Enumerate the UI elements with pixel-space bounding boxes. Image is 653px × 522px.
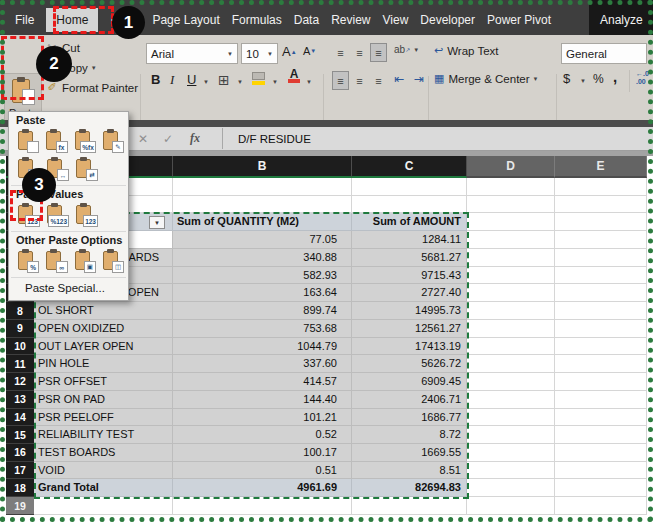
cell-b6[interactable]: 582.93 <box>173 267 352 285</box>
percent-style-button[interactable]: % <box>593 72 604 86</box>
paste-transpose-icon[interactable]: ⇄ <box>72 157 99 182</box>
cell-d9[interactable] <box>467 320 555 338</box>
cell-e10[interactable] <box>555 338 647 356</box>
cell-d17[interactable] <box>467 462 555 480</box>
cell-a16[interactable]: TEST BOARDS <box>34 444 173 462</box>
formula-bar-value[interactable]: D/F RESIDUE <box>238 127 311 150</box>
cell-a14[interactable]: PSR PEELOFF <box>34 409 173 427</box>
cell-b7[interactable]: 163.64 <box>173 284 352 302</box>
cell-e8[interactable] <box>555 302 647 320</box>
chevron-down-icon[interactable]: ▼ <box>272 79 278 85</box>
cell-a9[interactable]: OPEN OXIDIZED <box>34 320 173 338</box>
row-header-11[interactable]: 11 <box>6 355 34 373</box>
cell-b16[interactable]: 100.17 <box>173 444 352 462</box>
row-labels-filter-button[interactable]: ▼ <box>149 216 165 229</box>
cell-b1[interactable] <box>173 178 352 196</box>
cell-e9[interactable] <box>555 320 647 338</box>
cell-c3[interactable]: Sum of AMOUNT <box>352 213 467 231</box>
cell-e5[interactable] <box>555 249 647 267</box>
row-header-18[interactable]: 18 <box>6 479 34 497</box>
tab-home[interactable]: Home <box>46 8 98 32</box>
cell-b12[interactable]: 414.57 <box>173 373 352 391</box>
paste-icon[interactable] <box>14 129 40 154</box>
row-header-10[interactable]: 10 <box>6 338 34 356</box>
insert-function-button[interactable]: fx <box>190 127 200 150</box>
cell-a19[interactable] <box>34 497 173 515</box>
cell-b14[interactable]: 101.21 <box>173 409 352 427</box>
tab-view[interactable]: View <box>383 13 409 27</box>
row-header-19[interactable]: 19 <box>6 497 34 515</box>
cell-c1[interactable] <box>352 178 467 196</box>
orientation-button[interactable]: ab ↗ ▼ <box>394 44 419 55</box>
bold-button[interactable]: B <box>151 72 160 87</box>
cell-d6[interactable] <box>467 267 555 285</box>
chevron-down-icon[interactable]: ▼ <box>306 79 312 85</box>
cell-d8[interactable] <box>467 302 555 320</box>
cell-d2[interactable] <box>467 196 555 214</box>
decrease-font-size-button[interactable]: A▼ <box>303 45 316 57</box>
row-header-16[interactable]: 16 <box>6 444 34 462</box>
cell-c16[interactable]: 1669.55 <box>352 444 467 462</box>
row-header-15[interactable]: 15 <box>6 426 34 444</box>
cell-c11[interactable]: 5626.72 <box>352 355 467 373</box>
bottom-align-button[interactable]: ≡ <box>370 43 387 62</box>
tab-file[interactable]: File <box>15 13 34 27</box>
align-center-button[interactable]: ≡ <box>351 71 368 90</box>
cell-c2[interactable] <box>352 196 467 214</box>
cell-d3[interactable] <box>467 213 555 231</box>
top-align-button[interactable]: ≡ <box>332 43 349 62</box>
paste-linked-picture-icon[interactable]: ◫ <box>99 249 125 274</box>
cell-a18[interactable]: Grand Total <box>34 479 173 497</box>
enter-button[interactable]: ✓ <box>163 127 173 150</box>
tab-review[interactable]: Review <box>331 13 370 27</box>
col-header-c[interactable]: C <box>352 156 467 178</box>
comma-style-button[interactable]: , <box>613 68 617 85</box>
cell-b10[interactable]: 1044.79 <box>173 338 352 356</box>
cell-c10[interactable]: 17413.19 <box>352 338 467 356</box>
tab-data[interactable]: Data <box>294 13 319 27</box>
font-size-combo[interactable]: 10 ▼ <box>241 43 278 64</box>
increase-indent-button[interactable]: ⇥ <box>414 72 424 86</box>
wrap-text-button[interactable]: ↩ Wrap Text <box>434 44 499 57</box>
cell-c14[interactable]: 1686.77 <box>352 409 467 427</box>
cell-e4[interactable] <box>555 231 647 249</box>
cell-e12[interactable] <box>555 373 647 391</box>
cell-b15[interactable]: 0.52 <box>173 426 352 444</box>
cell-b11[interactable]: 337.60 <box>173 355 352 373</box>
cell-a11[interactable]: PIN HOLE <box>34 355 173 373</box>
paste-formulas-icon[interactable]: fx <box>42 129 68 154</box>
cell-e11[interactable] <box>555 355 647 373</box>
cell-c15[interactable]: 8.72 <box>352 426 467 444</box>
cell-a17[interactable]: VOID <box>34 462 173 480</box>
tab-formulas[interactable]: Formulas <box>232 13 282 27</box>
cell-c12[interactable]: 6909.45 <box>352 373 467 391</box>
col-header-e[interactable]: E <box>555 156 647 178</box>
cell-d13[interactable] <box>467 391 555 409</box>
row-header-17[interactable]: 17 <box>6 462 34 480</box>
italic-button[interactable]: I <box>170 72 174 88</box>
font-family-combo[interactable]: Arial ▼ <box>146 43 238 64</box>
tab-analyze[interactable]: Analyze <box>600 13 643 27</box>
paste-formatting-icon[interactable]: % <box>14 249 40 274</box>
paste-picture-icon[interactable]: ▣ <box>71 249 97 274</box>
cell-b18[interactable]: 4961.69 <box>173 479 352 497</box>
cell-d11[interactable] <box>467 355 555 373</box>
paste-values-number-formatting-icon[interactable]: %123 <box>43 203 70 228</box>
cell-a10[interactable]: OUT LAYER OPEN <box>34 338 173 356</box>
paste-values-icon[interactable]: 123 <box>14 203 41 228</box>
row-header-8[interactable]: 8 <box>6 302 34 320</box>
cell-d10[interactable] <box>467 338 555 356</box>
cell-d4[interactable] <box>467 231 555 249</box>
cell-d16[interactable] <box>467 444 555 462</box>
cell-b2[interactable] <box>173 196 352 214</box>
cell-b9[interactable]: 753.68 <box>173 320 352 338</box>
cell-d19[interactable] <box>467 497 555 515</box>
cell-a12[interactable]: PSR OFFSET <box>34 373 173 391</box>
row-header-9[interactable]: 9 <box>6 320 34 338</box>
paste-link-icon[interactable]: ∞ <box>42 249 68 274</box>
cell-b8[interactable]: 899.74 <box>173 302 352 320</box>
cell-e19[interactable] <box>555 497 647 515</box>
cell-b13[interactable]: 144.40 <box>173 391 352 409</box>
paste-values-source-formatting-icon[interactable]: 123 <box>72 203 99 228</box>
cell-c6[interactable]: 9715.43 <box>352 267 467 285</box>
